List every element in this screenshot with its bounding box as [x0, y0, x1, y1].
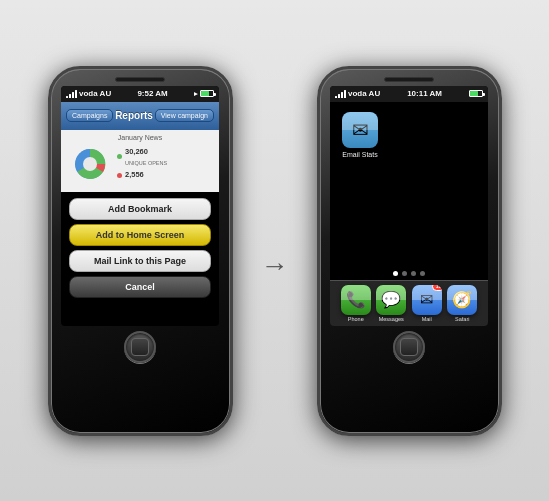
arrow-icon: → — [261, 250, 289, 282]
dock-messages[interactable]: 💬 Messages — [376, 285, 406, 322]
pie-chart — [69, 143, 111, 185]
cancel-button[interactable]: Cancel — [69, 276, 211, 298]
chart-title: January News — [118, 134, 162, 141]
safari-app-icon: 🧭 — [447, 285, 477, 315]
dot-4 — [420, 271, 425, 276]
right-battery — [469, 90, 483, 97]
left-phone: voda AU 9:52 AM ▸ Campaigns Reports View… — [48, 66, 233, 436]
battery-icon — [200, 90, 214, 97]
add-bookmark-button[interactable]: Add Bookmark — [69, 198, 211, 220]
right-battery-fill — [470, 91, 478, 96]
add-to-home-screen-button[interactable]: Add to Home Screen — [69, 224, 211, 246]
messages-app-icon: 💬 — [376, 285, 406, 315]
action-sheet: Add Bookmark Add to Home Screen Mail Lin… — [61, 192, 219, 304]
safari-app-label: Safari — [455, 316, 469, 322]
carrier-label: voda AU — [79, 89, 111, 98]
safari-icon-glyph: 🧭 — [452, 290, 472, 309]
right-time-label: 10:11 AM — [407, 89, 442, 98]
status-right: ▸ — [194, 90, 214, 98]
battery-fill — [201, 91, 209, 96]
email-stats-app[interactable]: ✉ Email Stats — [342, 112, 378, 158]
status-left: voda AU — [66, 89, 111, 98]
chart-legend: 30,260 UNIQUE OPENS 2,556 — [117, 145, 167, 182]
main-scene: voda AU 9:52 AM ▸ Campaigns Reports View… — [48, 66, 502, 436]
dot-3 — [411, 271, 416, 276]
home-button-inner — [131, 338, 149, 356]
dock-phone[interactable]: 📞 Phone — [341, 285, 371, 322]
chart-area: January News — [61, 130, 219, 192]
right-phone-screen: voda AU 10:11 AM ✉ Email — [330, 86, 488, 326]
dock-safari[interactable]: 🧭 Safari — [447, 285, 477, 322]
nav-bar: Campaigns Reports View campaign — [61, 102, 219, 130]
bluetooth-icon: ▸ — [194, 90, 198, 98]
phone-app-icon: 📞 — [341, 285, 371, 315]
mail-badge: 11 — [432, 285, 442, 291]
mail-icon-glyph: ✉ — [420, 290, 433, 309]
clicks-dot — [117, 173, 122, 178]
clicks-value: 2,556 — [125, 168, 144, 182]
dot-2 — [402, 271, 407, 276]
phone-app-label: Phone — [348, 316, 364, 322]
right-signal-bars — [335, 90, 346, 98]
right-phone-speaker — [384, 77, 434, 82]
messages-app-label: Messages — [379, 316, 404, 322]
right-phone: voda AU 10:11 AM ✉ Email — [317, 66, 502, 436]
email-icon-glyph: ✉ — [352, 118, 369, 142]
left-home-button[interactable] — [124, 331, 156, 363]
messages-icon-glyph: 💬 — [381, 290, 401, 309]
legend-item-opens: 30,260 UNIQUE OPENS — [117, 145, 167, 168]
signal-bars — [66, 90, 77, 98]
right-status-bar: voda AU 10:11 AM — [330, 86, 488, 102]
right-status-right — [469, 90, 483, 97]
nav-title: Reports — [115, 110, 153, 121]
dock-mail[interactable]: ✉ 11 Mail — [412, 285, 442, 322]
left-status-bar: voda AU 9:52 AM ▸ — [61, 86, 219, 102]
email-stats-icon: ✉ — [342, 112, 378, 148]
chart-content: 30,260 UNIQUE OPENS 2,556 — [65, 143, 215, 185]
opens-dot — [117, 154, 122, 159]
opens-value: 30,260 UNIQUE OPENS — [125, 145, 167, 168]
right-carrier-label: voda AU — [348, 89, 380, 98]
mail-app-label: Mail — [422, 316, 432, 322]
right-home-button-inner — [400, 338, 418, 356]
phone-icon-glyph: 📞 — [346, 290, 366, 309]
back-button[interactable]: Campaigns — [66, 109, 113, 122]
legend-item-clicks: 2,556 — [117, 168, 167, 182]
mail-link-button[interactable]: Mail Link to this Page — [69, 250, 211, 272]
time-label: 9:52 AM — [137, 89, 167, 98]
dot-1 — [393, 271, 398, 276]
app-icon-label: Email Stats — [342, 151, 377, 158]
mail-app-icon: ✉ 11 — [412, 285, 442, 315]
svg-point-1 — [83, 157, 97, 171]
home-screen: voda AU 10:11 AM ✉ Email — [330, 86, 488, 326]
dock: 📞 Phone 💬 Messages ✉ 11 — [330, 280, 488, 326]
page-dots — [330, 271, 488, 276]
right-status-left: voda AU — [335, 89, 380, 98]
left-phone-screen: voda AU 9:52 AM ▸ Campaigns Reports View… — [61, 86, 219, 326]
phone-speaker — [115, 77, 165, 82]
action-button[interactable]: View campaign — [155, 109, 214, 122]
home-app-area: ✉ Email Stats — [330, 102, 488, 271]
right-home-button[interactable] — [393, 331, 425, 363]
